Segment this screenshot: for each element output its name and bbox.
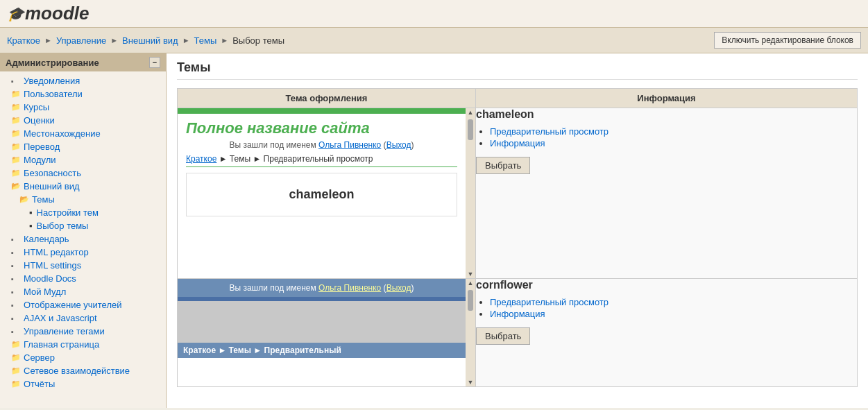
sidebar-link-my-moodle[interactable]: Мой Мудл [24, 287, 66, 297]
bullet-icon: ▪ [29, 221, 33, 231]
folder-icon: 📁 [11, 340, 21, 349]
sidebar-collapse-button[interactable]: − [149, 57, 160, 68]
sidebar-item-themes: 📂 Темы [0, 193, 166, 206]
bullet-icon: ▪ [11, 301, 21, 309]
folder-icon: 📁 [11, 89, 21, 99]
sidebar-link-notifications[interactable]: Уведомления [24, 76, 80, 86]
chameleon-user-link[interactable]: Ольга Пивненко [318, 140, 381, 150]
sidebar-link-ajax[interactable]: AJAX и Javascript [24, 313, 97, 323]
breadcrumb-item-1[interactable]: Управление [56, 35, 106, 46]
cornflower-links: Предварительный просмотр Информация [476, 297, 857, 319]
sidebar-link-networking[interactable]: Сетевое взаимодействие [24, 366, 130, 376]
sidebar-link-appearance[interactable]: Внешний вид [24, 181, 80, 191]
sidebar: Администрирование − ▪ Уведомления 📁 Поль… [0, 53, 167, 408]
sidebar-link-html-settings[interactable]: HTML settings [24, 260, 81, 271]
sidebar-item-server: 📁 Сервер [0, 351, 166, 364]
sidebar-link-users[interactable]: Пользователи [24, 89, 83, 99]
cornflower-gray-area [178, 301, 466, 343]
breadcrumb-item-2[interactable]: Внешний вид [122, 35, 178, 46]
main-content: Темы Тема оформления Информация [167, 53, 868, 408]
breadcrumb-item-4: Выбор темы [232, 35, 284, 46]
sidebar-link-frontpage[interactable]: Главная страница [24, 339, 99, 350]
bullet-icon: ▪ [11, 314, 21, 323]
sidebar-item-frontpage: 📁 Главная страница [0, 338, 166, 351]
breadcrumb-item-3[interactable]: Темы [194, 35, 217, 46]
sidebar-item-appearance: 📂 Внешний вид [0, 180, 166, 193]
sidebar-header: Администрирование − [0, 53, 166, 71]
chameleon-links: Предварительный просмотр Информация [476, 126, 857, 148]
sidebar-item-translation: 📁 Перевод [0, 140, 166, 153]
chameleon-info-cell: chameleon Предварительный просмотр Инфор… [476, 108, 858, 279]
sidebar-link-themes[interactable]: Темы [32, 194, 55, 205]
chameleon-info-link[interactable]: Информация [490, 138, 545, 148]
cornflower-logout-link[interactable]: Выход [386, 283, 411, 293]
bullet-icon: ▪ [11, 275, 21, 283]
sidebar-item-my-moodle: ▪ Мой Мудл [0, 285, 166, 298]
sidebar-link-theme-settings[interactable]: Настройки тем [37, 207, 99, 218]
page-title: Темы [177, 60, 858, 80]
folder-open-icon: 📂 [19, 195, 29, 204]
chameleon-theme-label: chameleon [186, 173, 457, 216]
breadcrumb: Краткое ► Управление ► Внешний вид ► Тем… [0, 28, 868, 53]
scroll-down-arrow[interactable]: ▼ [466, 270, 475, 278]
sidebar-link-server[interactable]: Сервер [24, 352, 55, 363]
sidebar-item-html-settings: ▪ HTML settings [0, 259, 166, 272]
col-header-theme: Тема оформления [178, 89, 476, 108]
sidebar-link-security[interactable]: Безопасность [24, 168, 81, 178]
sidebar-title: Администрирование [6, 58, 99, 68]
scroll-thumb [468, 117, 473, 270]
sidebar-item-theme-settings: ▪ Настройки тем [0, 206, 166, 219]
logo-icon: 🎓 [7, 6, 24, 22]
scroll-thumb [468, 287, 473, 378]
sidebar-item-moodle-docs: ▪ Moodle Docs [0, 272, 166, 285]
scroll-up-arrow[interactable]: ▲ [466, 108, 475, 117]
sidebar-link-translation[interactable]: Перевод [24, 142, 60, 152]
chameleon-logout-link[interactable]: Выход [386, 140, 411, 150]
sidebar-item-grades: 📁 Оценки [0, 114, 166, 127]
scroll-down-arrow[interactable]: ▼ [466, 378, 475, 386]
sidebar-link-location[interactable]: Местонахождение [24, 128, 101, 139]
sidebar-link-tags[interactable]: Управление тегами [24, 326, 105, 336]
folder-icon: 📁 [11, 169, 21, 178]
sidebar-item-courses: 📁 Курсы [0, 101, 166, 114]
themes-table: Тема оформления Информация Полное назван… [177, 88, 858, 387]
cornflower-preview-link[interactable]: Предварительный просмотр [490, 297, 609, 307]
sidebar-link-moodle-docs[interactable]: Moodle Docs [24, 273, 76, 284]
chameleon-name: chameleon [476, 108, 857, 121]
scroll-up-arrow[interactable]: ▲ [466, 279, 475, 287]
theme-row-cornflower: Вы зашли под именем Ольга Пивненко (Выхо… [178, 279, 858, 387]
edit-blocks-button[interactable]: Включить редактирование блоков [714, 32, 861, 49]
sidebar-link-html-editor[interactable]: HTML редактор [24, 247, 89, 257]
chameleon-preview-link[interactable]: Предварительный просмотр [490, 126, 609, 137]
breadcrumb-item-0[interactable]: Краткое [7, 35, 40, 46]
cornflower-user-link[interactable]: Ольга Пивненко [318, 283, 381, 293]
folder-icon: 📁 [11, 116, 21, 125]
sidebar-item-modules: 📁 Модули [0, 153, 166, 166]
sidebar-item-networking: 📁 Сетевое взаимодействие [0, 364, 166, 377]
sidebar-link-reports[interactable]: Отчёты [24, 379, 55, 389]
sidebar-link-grades[interactable]: Оценки [24, 115, 55, 126]
sidebar-link-calendar[interactable]: Календарь [24, 234, 69, 244]
scroll-thumb-inner [468, 119, 473, 140]
cornflower-name: cornflower [476, 279, 857, 291]
folder-icon: 📁 [11, 129, 21, 138]
folder-open-icon: 📂 [11, 182, 21, 191]
preview-scrollbar[interactable]: ▲ ▼ [466, 108, 475, 278]
bullet-icon: ▪ [11, 262, 21, 270]
sidebar-link-modules[interactable]: Модули [24, 155, 56, 165]
chameleon-green-bar [178, 108, 466, 114]
sep-1: ► [110, 36, 118, 44]
sidebar-link-courses[interactable]: Курсы [24, 102, 49, 112]
chameleon-select-button[interactable]: Выбрать [476, 157, 530, 174]
cornflower-select-button[interactable]: Выбрать [476, 327, 530, 345]
cornflower-scrollbar[interactable]: ▲ ▼ [466, 279, 475, 386]
sidebar-item-html-editor: ▪ HTML редактор [0, 246, 166, 259]
cornflower-breadcrumb: Краткое ► Темы ► Предварительный [178, 343, 466, 358]
sidebar-item-teacher-display: ▪ Отображение учителей [0, 298, 166, 311]
sidebar-link-teacher-display[interactable]: Отображение учителей [24, 300, 121, 310]
theme-row-chameleon: Полное название сайта Вы зашли под имене… [178, 108, 858, 279]
sidebar-link-theme-select[interactable]: Выбор темы [37, 221, 89, 231]
folder-icon: 📁 [11, 155, 21, 164]
sidebar-item-notifications: ▪ Уведомления [0, 74, 166, 87]
cornflower-info-link[interactable]: Информация [490, 309, 545, 319]
